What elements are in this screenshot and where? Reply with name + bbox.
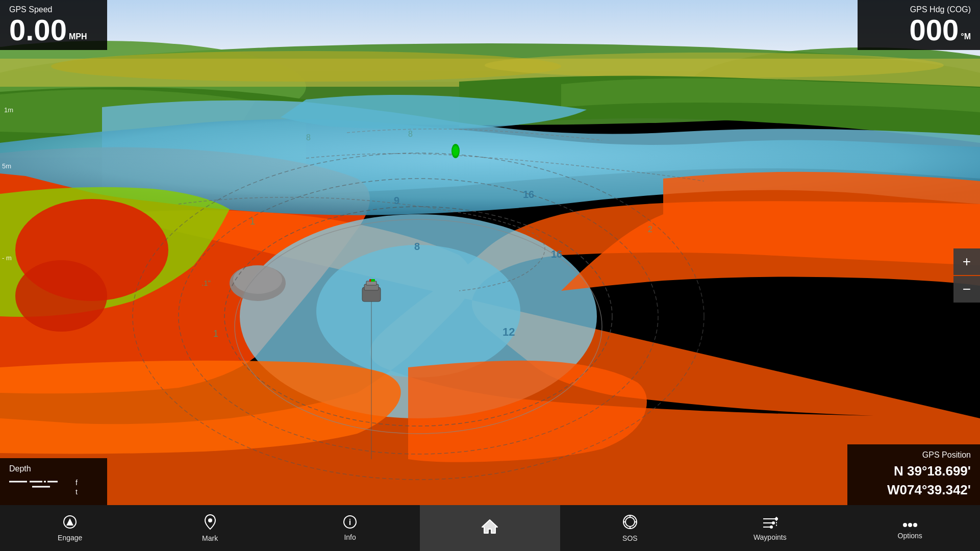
nav-item-sos[interactable]: SOS xyxy=(560,505,700,551)
engage-label: Engage xyxy=(58,534,82,542)
svg-text:8: 8 xyxy=(408,130,413,138)
nav-item-engage[interactable]: Engage xyxy=(0,505,140,551)
svg-text:9: 9 xyxy=(394,195,399,206)
svg-text:5m: 5m xyxy=(2,162,11,170)
gps-hdg-unit: °M xyxy=(961,33,971,41)
svg-text:i: i xyxy=(349,518,351,527)
options-icon xyxy=(902,516,918,530)
mark-label: Mark xyxy=(202,534,218,542)
svg-text:1m: 1m xyxy=(4,106,13,114)
gps-lat: N 39°18.699' xyxy=(857,462,971,480)
zoom-controls[interactable]: + − xyxy=(953,248,980,303)
svg-text:12: 12 xyxy=(502,325,515,338)
svg-point-11 xyxy=(316,245,520,378)
nav-item-waypoints[interactable]: Waypoints xyxy=(700,505,840,551)
svg-text:- m: - m xyxy=(2,254,12,262)
zoom-in-button[interactable]: + xyxy=(953,248,980,275)
sos-label: SOS xyxy=(622,534,638,542)
svg-marker-45 xyxy=(66,518,73,525)
svg-point-7 xyxy=(485,53,944,78)
svg-text:.1": .1" xyxy=(202,279,211,287)
gps-speed-value: 0.00 xyxy=(9,15,67,45)
nav-item-home[interactable] xyxy=(420,505,560,551)
svg-text:8: 8 xyxy=(306,133,311,142)
waypoints-label: Waypoints xyxy=(753,533,787,541)
gps-hdg-value: 000 xyxy=(909,15,959,45)
depth-overlay: Depth f t xyxy=(0,458,107,505)
svg-text:2: 2 xyxy=(648,225,652,234)
info-label: Info xyxy=(344,533,356,541)
svg-point-52 xyxy=(625,517,635,527)
svg-point-66 xyxy=(913,523,917,527)
info-icon: i xyxy=(343,515,357,531)
svg-point-46 xyxy=(208,518,212,522)
options-label: Options xyxy=(898,532,922,540)
gps-hdg-overlay: GPS Hdg (COG) 000 °M xyxy=(858,0,980,50)
nav-item-info[interactable]: i Info xyxy=(280,505,420,551)
svg-text:1: 1 xyxy=(250,216,255,227)
zoom-out-button[interactable]: − xyxy=(953,276,980,303)
gps-lon: W074°39.342' xyxy=(857,481,971,499)
svg-point-65 xyxy=(908,523,912,527)
svg-marker-50 xyxy=(482,520,497,533)
sos-icon xyxy=(622,514,638,532)
svg-text:1: 1 xyxy=(213,329,218,339)
svg-point-6 xyxy=(51,51,561,82)
nav-item-mark[interactable]: Mark xyxy=(140,505,280,551)
home-icon xyxy=(481,518,498,536)
svg-point-62 xyxy=(770,525,773,529)
svg-point-64 xyxy=(903,523,907,527)
engage-icon xyxy=(62,514,78,532)
gps-speed-unit: MPH xyxy=(69,33,87,41)
depth-label: Depth xyxy=(9,464,95,473)
svg-text:16: 16 xyxy=(551,248,562,260)
svg-point-61 xyxy=(772,521,775,524)
svg-point-13 xyxy=(233,265,282,294)
gps-position-label: GPS Position xyxy=(857,450,971,460)
mark-icon xyxy=(203,514,217,532)
svg-text:16: 16 xyxy=(523,189,534,200)
nav-bar: Engage Mark i Info xyxy=(0,505,980,551)
nav-item-options[interactable]: Options xyxy=(840,505,980,551)
gps-position-overlay: GPS Position N 39°18.699' W074°39.342' xyxy=(847,444,980,505)
svg-point-24 xyxy=(453,146,459,156)
svg-rect-20 xyxy=(366,281,376,285)
gps-speed-overlay: GPS Speed 0.00 MPH xyxy=(0,0,107,50)
map-container[interactable]: 9 8 16 16 12 2 8 8 1 1 .1" 1m 5m - m xyxy=(0,0,980,505)
svg-point-9 xyxy=(15,260,107,332)
waypoints-icon xyxy=(761,515,778,531)
svg-rect-22 xyxy=(371,279,375,282)
depth-unit: f t xyxy=(76,478,78,496)
svg-text:8: 8 xyxy=(414,241,420,252)
depth-value xyxy=(9,475,70,499)
